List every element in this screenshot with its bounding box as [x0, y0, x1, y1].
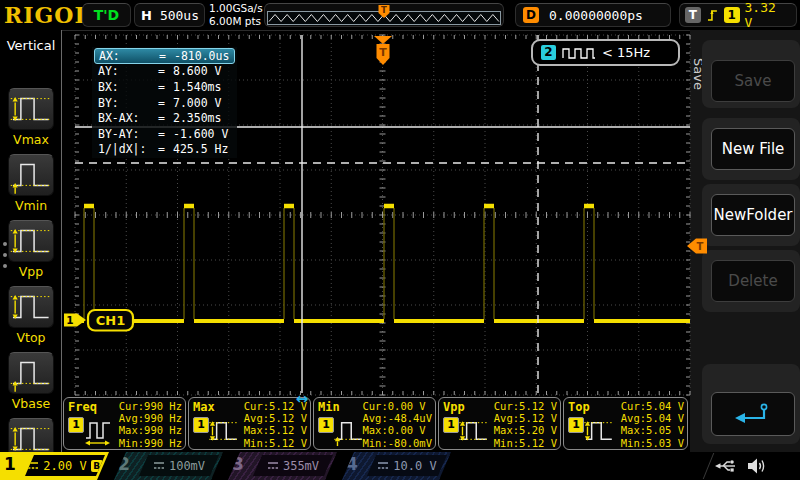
- measurement-panel-min[interactable]: Min 1 Cur:0.00 VAvg:-48.4uV Max:0.00 VMi…: [313, 397, 436, 450]
- freq-counter-channel-badge: 2: [541, 45, 556, 60]
- trigger-source-badge: 1: [724, 7, 740, 23]
- channel-1-scale: 2.00 V B: [25, 455, 105, 476]
- channel-1-block[interactable]: 1 2.00 V B: [0, 452, 112, 480]
- left-menu-title: Vertical: [0, 38, 62, 53]
- waveform-preview-bar[interactable]: T: [264, 3, 504, 27]
- channel-2-scale-value: 100mV: [169, 459, 205, 473]
- new-folder-button[interactable]: NewFolder: [711, 194, 795, 236]
- dc-coupling-icon: [267, 461, 279, 470]
- equals-sign: =: [158, 142, 173, 156]
- cursor-by-value: 7.000 V: [173, 96, 221, 110]
- cursor-ay-label: AY:: [98, 64, 158, 78]
- measurement-channel-badge: 1: [443, 417, 459, 433]
- vtop-icon: [9, 287, 53, 327]
- horizontal-scale-value: 500us: [160, 8, 199, 23]
- channel-4-block[interactable]: 4 10.0 V: [342, 452, 454, 480]
- svg-text:T: T: [381, 5, 387, 15]
- hardware-freq-counter: 2 < 15Hz: [531, 39, 680, 66]
- measurement-panel-freq[interactable]: Freq 1 Cur:990 HzAvg:990 Hz Max:990 HzMi…: [63, 397, 186, 450]
- menu-item-vpp[interactable]: [8, 220, 54, 262]
- delay-icon: D: [523, 7, 539, 23]
- vpp-icon: [9, 221, 53, 261]
- memory-depth: 6.00M pts: [209, 15, 263, 28]
- channel-4-scale-value: 10.0 V: [393, 459, 436, 473]
- trigger-delay-box[interactable]: D 0.00000000ps: [515, 3, 671, 27]
- channel-2-block[interactable]: 2 100mV: [114, 452, 226, 480]
- measurement-values: Cur:990 HzAvg:990 Hz Max:990 HzMin:990 H…: [119, 400, 182, 449]
- cursor-row-freq: 1/|dX|: = 425.5 Hz: [94, 142, 235, 158]
- cursor-measurement-panel: AX: = -810.0us AY: = 8.600 V BX: = 1.540…: [92, 47, 237, 158]
- measurement-channel-badge: 1: [318, 417, 334, 433]
- cursor-bxax-label: BX-AX:: [98, 111, 158, 125]
- cursor-ax-value: -810.0us: [174, 49, 229, 63]
- svg-text:1: 1: [66, 314, 73, 326]
- vmax-icon: [9, 89, 53, 129]
- top-meas-icon: [583, 415, 615, 447]
- vertical-measure-menu: Vertical Vmax Vmin Vpp Vtop Vbase Vamp: [0, 30, 62, 452]
- freq-meas-icon: [83, 415, 115, 447]
- bottom-bar-separator: [703, 453, 715, 479]
- vpp-meas-icon: [458, 415, 490, 447]
- measurement-panel-top[interactable]: Top 1 Cur:5.04 VAvg:5.04 V Max:5.05 VMin…: [563, 397, 688, 450]
- horizontal-scale-box[interactable]: H 500us: [134, 3, 205, 27]
- measurement-name: Min: [318, 400, 340, 414]
- cursor-bx-value: 1.540ms: [173, 80, 221, 94]
- trigger-settings-box[interactable]: T 1 3.32 V: [679, 3, 797, 27]
- vpp-label: Vpp: [0, 264, 62, 279]
- channel-4-number: 4: [346, 454, 358, 474]
- channel-3-block[interactable]: 3 355mV: [228, 452, 340, 480]
- new-file-button[interactable]: New File: [711, 128, 795, 170]
- svg-text:CH1: CH1: [96, 313, 125, 328]
- measurement-panel-max[interactable]: Max 1 Cur:5.12 VAvg:5.12 V Max:5.12 VMin…: [188, 397, 311, 450]
- channel-3-scale-value: 355mV: [283, 459, 319, 473]
- waveform-preview-graphic: T: [265, 4, 503, 26]
- vmin-label: Vmin: [0, 198, 62, 213]
- horizontal-label: H: [141, 8, 152, 23]
- vbase-icon: [9, 353, 53, 393]
- speaker-icon: [746, 457, 766, 475]
- trigger-icon: T: [685, 7, 701, 23]
- cursor-row-bx: BX: = 1.540ms: [94, 79, 235, 95]
- cursor-byay-label: BY-AY:: [98, 127, 158, 141]
- pulse-train-icon: [562, 47, 596, 59]
- equals-sign: =: [159, 49, 174, 63]
- measurement-panel-vpp[interactable]: Vpp 1 Cur:5.12 VAvg:5.12 V Max:5.20 VMin…: [438, 397, 561, 450]
- channel-2-number: 2: [118, 454, 130, 474]
- channel-3-scale: 355mV: [253, 455, 333, 476]
- vtop-label: Vtop: [0, 330, 62, 345]
- cursor-row-byay: BY-AY: = -1.600 V: [94, 126, 235, 142]
- measurement-values: Cur:5.12 VAvg:5.12 V Max:5.20 VMin:5.12 …: [494, 400, 557, 449]
- measurement-values: Cur:5.12 VAvg:5.12 V Max:5.12 VMin:5.12 …: [244, 400, 307, 449]
- rising-edge-icon: [706, 7, 719, 23]
- measurement-name: Max: [193, 400, 215, 414]
- channel-4-scale: 10.0 V: [367, 455, 447, 476]
- menu-item-vmax[interactable]: [8, 88, 54, 130]
- bandwidth-limit-badge: B: [91, 460, 103, 472]
- menu-item-vmin[interactable]: [8, 154, 54, 196]
- svg-text:T: T: [379, 46, 387, 59]
- rigol-logo: RIGOL: [4, 2, 91, 28]
- back-arrow-icon: [731, 401, 775, 427]
- menu-page-dots: [3, 242, 7, 268]
- delete-button[interactable]: Delete: [711, 260, 795, 302]
- menu-item-vtop[interactable]: [8, 286, 54, 328]
- equals-sign: =: [158, 64, 173, 78]
- menu-item-vbase[interactable]: [8, 352, 54, 394]
- top-status-bar: RIGOL T'D H 500us 1.00GSa/s 6.00M pts T …: [0, 0, 800, 31]
- back-button[interactable]: [711, 392, 795, 436]
- cursor-row-by: BY: = 7.000 V: [94, 95, 235, 111]
- dc-coupling-icon: [153, 461, 165, 470]
- measurement-name: Top: [568, 400, 590, 414]
- equals-sign: =: [158, 111, 173, 125]
- save-button[interactable]: Save: [711, 60, 795, 102]
- oscilloscope-screen: RIGOL T'D H 500us 1.00GSa/s 6.00M pts T …: [0, 0, 800, 480]
- cursor-row-ay: AY: = 8.600 V: [94, 64, 235, 80]
- vbase-label: Vbase: [0, 396, 62, 411]
- cursor-byay-value: -1.600 V: [173, 127, 228, 141]
- channel-1-scale-value: 2.00 V: [43, 459, 86, 473]
- channel-1-number: 1: [4, 454, 16, 474]
- min-meas-icon: [333, 415, 365, 447]
- dc-coupling-icon: [377, 461, 389, 470]
- cursor-bx-label: BX:: [98, 80, 158, 94]
- measurement-name: Freq: [68, 400, 97, 414]
